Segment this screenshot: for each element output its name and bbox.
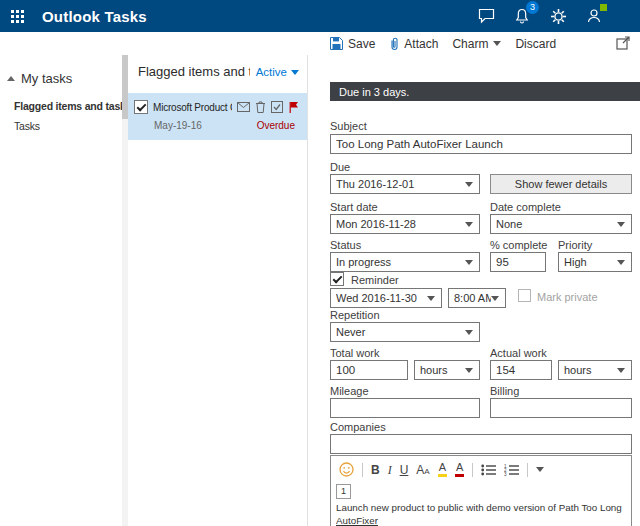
repetition-dropdown[interactable]: Never bbox=[330, 322, 480, 342]
notification-badge: 3 bbox=[526, 1, 539, 14]
mileage-label: Mileage bbox=[330, 385, 369, 397]
charm-button[interactable]: Charm bbox=[452, 37, 501, 51]
actual-work-input[interactable] bbox=[490, 360, 552, 380]
reminder-checkbox[interactable] bbox=[330, 272, 344, 286]
numbered-list-button[interactable]: 123 bbox=[504, 464, 519, 476]
mark-private-label: Mark private bbox=[537, 291, 598, 303]
top-app-bar: Outlook Tasks 3 bbox=[0, 0, 640, 32]
due-date-value: Thu 2016-12-01 bbox=[336, 178, 465, 190]
flag-icon[interactable] bbox=[288, 101, 299, 113]
actual-work-label: Actual work bbox=[490, 347, 547, 359]
discard-button[interactable]: Discard bbox=[515, 37, 556, 51]
chevron-down-icon bbox=[493, 41, 501, 46]
task-item-row1: Microsoft Product G... bbox=[134, 100, 299, 114]
chevron-down-icon bbox=[491, 296, 499, 301]
chevron-down-icon bbox=[617, 222, 625, 227]
task-item-icons bbox=[237, 101, 299, 113]
subject-input[interactable] bbox=[330, 134, 632, 154]
start-date-dropdown[interactable]: Mon 2016-11-28 bbox=[330, 214, 480, 234]
date-complete-value: None bbox=[496, 218, 617, 230]
chat-icon bbox=[478, 8, 495, 24]
bullet-list-button[interactable] bbox=[481, 464, 496, 476]
account-button[interactable] bbox=[584, 6, 604, 26]
presence-indicator bbox=[600, 4, 607, 11]
date-complete-dropdown[interactable]: None bbox=[490, 214, 632, 234]
chevron-down-icon bbox=[465, 182, 473, 187]
due-date-dropdown[interactable]: Thu 2016-12-01 bbox=[330, 174, 480, 194]
my-tasks-label: My tasks bbox=[21, 71, 72, 86]
discard-label: Discard bbox=[515, 37, 556, 51]
filter-label: Active bbox=[256, 66, 287, 78]
companies-input[interactable] bbox=[330, 434, 632, 454]
mark-complete-icon[interactable] bbox=[271, 101, 283, 113]
total-work-input[interactable] bbox=[330, 360, 408, 380]
emoji-button[interactable] bbox=[339, 462, 354, 477]
toolbar-separator bbox=[362, 463, 363, 477]
popout-icon bbox=[616, 36, 630, 50]
font-size-button[interactable] bbox=[416, 464, 429, 476]
mileage-input[interactable] bbox=[330, 398, 480, 418]
editor-toolbar: B I U 123 bbox=[331, 456, 631, 481]
chevron-down-icon bbox=[617, 368, 625, 373]
my-tasks-group-header[interactable]: My tasks bbox=[0, 55, 122, 86]
actual-work-unit: hours bbox=[564, 364, 617, 376]
companies-label: Companies bbox=[330, 421, 386, 433]
trash-icon[interactable] bbox=[255, 101, 266, 113]
editor-body[interactable]: 1 Launch new product to public with demo… bbox=[331, 481, 631, 526]
save-button[interactable]: Save bbox=[330, 37, 375, 51]
total-work-unit-dropdown[interactable]: hours bbox=[414, 360, 480, 380]
underline-button[interactable]: U bbox=[400, 464, 409, 476]
date-complete-label: Date complete bbox=[490, 201, 561, 213]
filter-dropdown[interactable]: Active bbox=[256, 66, 299, 78]
percent-complete-input[interactable] bbox=[490, 252, 546, 272]
task-list-title: Flagged items and tas... bbox=[138, 64, 250, 79]
envelope-icon bbox=[237, 102, 250, 112]
subject-label: Subject bbox=[330, 120, 367, 132]
chevron-down-icon bbox=[617, 260, 625, 265]
priority-dropdown[interactable]: High bbox=[558, 252, 632, 272]
settings-button[interactable] bbox=[548, 6, 568, 26]
task-list-item[interactable]: Microsoft Product G... May-19-16 Overdue bbox=[128, 93, 307, 140]
repetition-value: Never bbox=[336, 326, 465, 338]
sidebar-item-flagged-items-and-tasks[interactable]: Flagged items and tasks bbox=[0, 96, 122, 116]
task-list-pane: Flagged items and tas... Active Microsof… bbox=[128, 55, 308, 526]
status-value: In progress bbox=[336, 256, 465, 268]
task-subject: Microsoft Product G... bbox=[153, 102, 232, 113]
status-dropdown[interactable]: In progress bbox=[330, 252, 480, 272]
show-fewer-details-button[interactable]: Show fewer details bbox=[490, 174, 632, 194]
highlight-button[interactable] bbox=[438, 462, 447, 477]
app-title: Outlook Tasks bbox=[42, 8, 147, 25]
mark-private-checkbox[interactable] bbox=[518, 289, 531, 302]
reminder-date-dropdown[interactable]: Wed 2016-11-30 bbox=[330, 288, 442, 308]
smiley-icon bbox=[339, 462, 354, 477]
task-checkbox[interactable] bbox=[134, 100, 148, 114]
inline-image-placeholder[interactable]: 1 bbox=[336, 484, 351, 499]
toolbar-separator bbox=[472, 463, 473, 477]
italic-button[interactable]: I bbox=[388, 464, 392, 476]
task-date: May-19-16 bbox=[154, 120, 257, 131]
bold-button[interactable]: B bbox=[371, 464, 380, 476]
save-label: Save bbox=[348, 37, 375, 51]
reminder-time-dropdown[interactable]: 8:00 AM bbox=[448, 288, 506, 308]
status-label: Status bbox=[330, 239, 361, 251]
overdue-badge: Overdue bbox=[257, 120, 295, 131]
task-list-header: Flagged items and tas... Active bbox=[128, 55, 307, 79]
svg-text:3: 3 bbox=[504, 471, 507, 475]
open-in-new-window-button[interactable] bbox=[616, 36, 630, 54]
billing-input[interactable] bbox=[490, 398, 632, 418]
total-work-label: Total work bbox=[330, 347, 380, 359]
due-info-bar: Due in 3 days. bbox=[330, 82, 640, 101]
topbar-actions: 3 bbox=[476, 6, 640, 26]
actual-work-unit-dropdown[interactable]: hours bbox=[558, 360, 632, 380]
numbered-list-icon: 123 bbox=[504, 464, 519, 476]
more-formatting-chevron-icon[interactable] bbox=[536, 467, 544, 472]
percent-complete-label: % complete bbox=[490, 239, 547, 251]
feedback-button[interactable] bbox=[476, 6, 496, 26]
sidebar-item-tasks[interactable]: Tasks bbox=[0, 116, 122, 136]
font-color-button[interactable] bbox=[455, 462, 464, 477]
attach-button[interactable]: Attach bbox=[389, 37, 438, 51]
repetition-label: Repetition bbox=[330, 309, 380, 321]
billing-label: Billing bbox=[490, 385, 519, 397]
notifications-button[interactable]: 3 bbox=[512, 6, 532, 26]
app-launcher-button[interactable] bbox=[0, 0, 34, 32]
